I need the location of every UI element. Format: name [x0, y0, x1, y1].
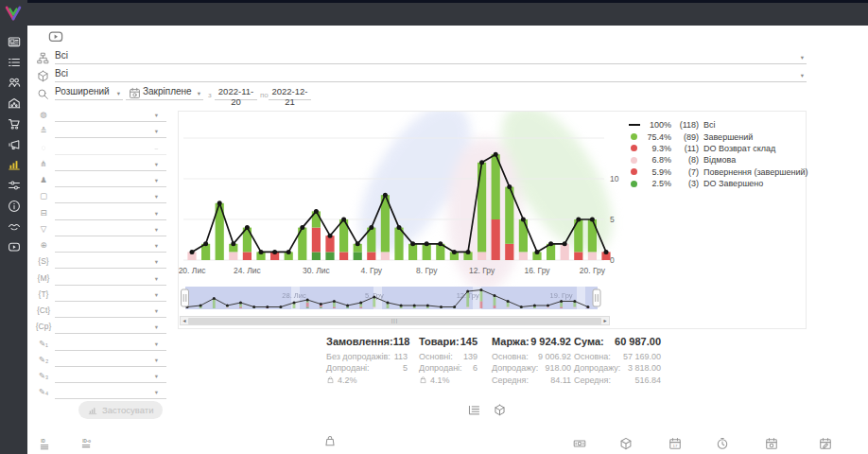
scroll-right-icon[interactable]: ▸ [601, 317, 609, 324]
column-date-created-icon[interactable]: 17 [668, 437, 682, 450]
clients-nav-icon[interactable] [8, 76, 21, 89]
dashboard-nav-icon[interactable] [8, 35, 21, 48]
size-s-filter-select[interactable]: ▾ [55, 255, 166, 269]
product-type-filter-select[interactable]: ▾ [55, 190, 166, 203]
svg-text:30. Лис: 30. Лис [303, 266, 331, 275]
status-filter-select[interactable]: Всі ▾ [55, 50, 807, 64]
payment-type-filter-select[interactable]: ▾ [55, 207, 166, 220]
product-filter-select[interactable]: Всі ▾ [55, 68, 807, 82]
size-t-filter-select[interactable]: ▾ [55, 288, 166, 302]
legend-item-1[interactable]: 75.4%(89)Завершений [628, 131, 808, 142]
orders-nav-icon[interactable] [8, 56, 21, 69]
chevron-down-icon: ▾ [155, 389, 158, 396]
globe-network-filter-select[interactable]: ▾ [55, 109, 166, 122]
app-logo[interactable] [3, 3, 24, 24]
chevron-down-icon: – [154, 145, 158, 151]
apply-filters-button[interactable]: Застосувати [78, 401, 163, 419]
legend-item-5[interactable]: 2.5%(3)DO Завершено [628, 178, 808, 189]
size-cp-filter-select[interactable]: ▾ [55, 321, 166, 334]
chevron-down-icon: ▾ [155, 210, 158, 218]
column-bag-icon[interactable] [323, 434, 337, 447]
size-m-filter-icon: {M} [35, 271, 52, 286]
svg-text:19. Гру: 19. Гру [550, 291, 573, 300]
size-ct-filter-icon: {Ct} [35, 304, 52, 318]
stat-sub-label: Допродані: [419, 363, 462, 373]
scrollbar-thumb[interactable]: ||| [188, 318, 601, 324]
chevron-down-icon: ▾ [155, 112, 158, 119]
legend-item-0[interactable]: 100%(118)Всі [628, 119, 808, 131]
svg-text:12. Гру: 12. Гру [469, 266, 495, 275]
chevron-down-icon: ▾ [155, 307, 158, 315]
analytics-nav-icon[interactable] [8, 158, 21, 171]
stat-sub-label: Середня: [492, 375, 529, 385]
custom-field-3-filter-select[interactable]: ▾ [55, 370, 166, 383]
stat-value: 118 [393, 336, 410, 347]
chart-scrollbar[interactable]: ◂ ||| ▸ [180, 316, 610, 325]
structure-filter-select[interactable]: ▾ [55, 158, 166, 171]
legend-item-4[interactable]: 5.9%(7)Повернення (завершений) [628, 166, 808, 178]
svg-text:24. Лис: 24. Лис [234, 266, 262, 275]
search-mode-select[interactable]: Розширений ▾ [55, 86, 123, 100]
legend-count: (8) [671, 155, 699, 165]
orders-chart[interactable]: 051020. Лис24. Лис30. Лис4. Гру8. Гру12.… [179, 112, 623, 282]
marketing-nav-icon[interactable] [8, 138, 21, 151]
period-mode-select[interactable]: Закріплене ▾ [126, 86, 203, 100]
custom-field-2-filter-select[interactable]: ▾ [55, 354, 166, 367]
column-id-icon[interactable]: ID [40, 438, 53, 451]
chart-navigator[interactable]: 28. Лис5. Гру12. Гру19. Гру [180, 287, 610, 315]
stat-sub-value: 139 [463, 352, 477, 361]
funnel-filter-select[interactable]: ▾ [55, 223, 166, 236]
column-id-o-icon[interactable]: ID-o [81, 438, 95, 451]
report-products-icon[interactable] [494, 404, 506, 416]
delivery-layers-filter-select[interactable]: ▾ [55, 125, 166, 138]
warehouse-nav-icon[interactable] [8, 96, 21, 110]
svg-text:16. Гру: 16. Гру [524, 266, 550, 275]
column-date-fixed-icon[interactable] [765, 437, 778, 450]
svg-text:20. Лис: 20. Лис [179, 266, 206, 275]
about-nav-icon[interactable] [8, 200, 21, 213]
video-help-button[interactable] [45, 28, 66, 44]
region-filter-select[interactable]: ▾ [55, 239, 166, 253]
custom-field-4-filter-select[interactable]: ▾ [55, 386, 166, 399]
size-ct-filter-select[interactable]: ▾ [55, 305, 166, 318]
tutorials-nav-icon[interactable] [8, 240, 21, 253]
stat-sub-label: Допродані: [326, 363, 370, 373]
partners-nav-icon[interactable] [8, 219, 21, 233]
product-filter-value: Всі [55, 68, 68, 79]
column-time-icon[interactable] [716, 437, 729, 450]
procurement-nav-icon[interactable] [8, 117, 21, 131]
stat-sub-label: Допродажу: [574, 363, 620, 373]
date-to-input[interactable]: 2022-12-21 [269, 86, 311, 100]
legend-item-3[interactable]: 6.8%(8)Відмова [628, 154, 808, 166]
legend-count: (3) [671, 179, 699, 188]
size-s-filter-icon: {S} [35, 254, 52, 269]
stat-title: Товари: [419, 336, 460, 347]
column-date-edited-icon[interactable] [819, 437, 832, 450]
scroll-left-icon[interactable]: ◂ [181, 317, 188, 324]
date-from-input[interactable]: 2022-11-20 [215, 86, 257, 100]
stat-col-3: Сума:60 987.00Основна:57 169.00Допродажу… [574, 336, 661, 385]
custom-field-1-filter-select[interactable]: ▾ [55, 338, 166, 351]
legend-count: (118) [671, 120, 699, 130]
report-rows-icon[interactable] [468, 404, 480, 416]
size-m-filter-select[interactable]: ▾ [55, 272, 166, 286]
size-cp-filter-icon: {Cp} [35, 320, 52, 334]
legend-label: DO Возврат склад [703, 144, 775, 153]
legend-label: Повернення (завершений) [703, 167, 808, 177]
legend-percent: 2.5% [643, 179, 671, 188]
manager-filter-select[interactable]: ▾ [55, 174, 166, 187]
svg-text:ID-o: ID-o [82, 439, 91, 444]
legend-dot-marker [628, 181, 640, 187]
legend-label: DO Завершено [703, 179, 763, 188]
stat-sub-value: 9 006.92 [538, 352, 571, 361]
svg-text:ID: ID [41, 439, 45, 444]
product-type-filter-icon: ▢ [35, 189, 52, 203]
legend-item-2[interactable]: 9.3%(11)DO Возврат склад [628, 143, 808, 154]
settings-nav-icon[interactable] [8, 179, 21, 192]
svg-text:0: 0 [610, 255, 615, 265]
column-payment-icon[interactable] [573, 437, 586, 450]
column-package-icon[interactable] [619, 437, 633, 450]
upsell-percent: 4.2% [338, 375, 357, 385]
svg-text:10: 10 [610, 174, 619, 183]
chart-legend: 100%(118)Всі75.4%(89)Завершений9.3%(11)D… [628, 119, 808, 189]
